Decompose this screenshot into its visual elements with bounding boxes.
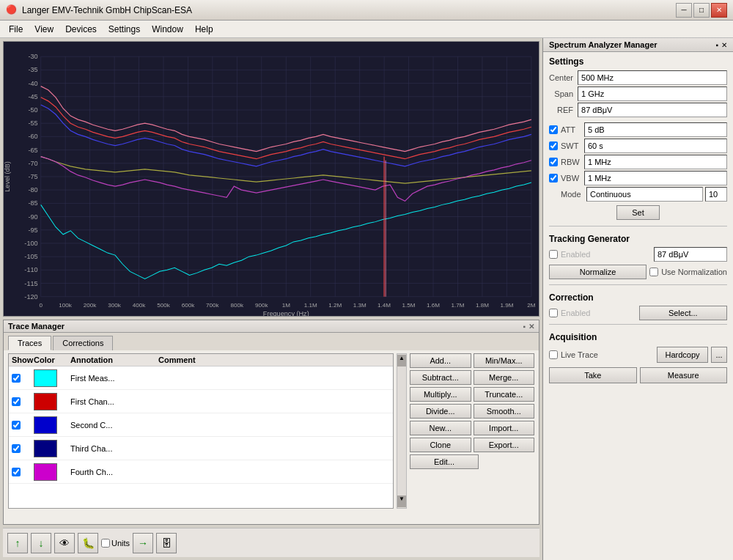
bug-button[interactable]: 🐛 (78, 533, 98, 553)
smooth-button[interactable]: Smooth... (474, 404, 535, 419)
trace-manager-pin-btn[interactable]: ▪ (523, 323, 526, 331)
svg-text:-95: -95 (28, 226, 37, 234)
tg-enabled-checkbox[interactable] (549, 250, 558, 259)
vbw-input[interactable] (584, 171, 727, 185)
menu-file[interactable]: File (3, 23, 29, 36)
arrow-right-button[interactable]: → (133, 533, 153, 553)
swt-row: SWT (543, 138, 733, 154)
measure-button[interactable]: Measure (640, 367, 728, 383)
trace-annotation-5: Fourth Ch... (70, 468, 158, 476)
more-button[interactable]: ... (711, 347, 727, 363)
svg-text:Frequency (Hz): Frequency (Hz) (263, 310, 309, 316)
live-trace-checkbox[interactable] (549, 350, 558, 359)
clone-button[interactable]: Clone (410, 438, 471, 452)
svg-text:-85: -85 (28, 199, 37, 207)
minimize-button[interactable]: ─ (676, 3, 692, 18)
table-row[interactable]: Third Cha... (9, 437, 393, 460)
tab-bar: Traces Corrections (4, 333, 539, 350)
vbw-checkbox[interactable] (549, 174, 558, 183)
trace-table-body: First Meas... First Chan... (9, 366, 393, 508)
add-button[interactable]: Add... (410, 353, 471, 368)
att-checkbox[interactable] (549, 125, 558, 134)
maximize-button[interactable]: □ (693, 3, 710, 18)
rbw-input[interactable] (584, 155, 727, 169)
btn-row-4: Divide... Smooth... (410, 404, 534, 419)
correction-select-button[interactable]: Select... (639, 306, 728, 320)
new-button[interactable]: New... (410, 421, 471, 435)
trace-show-checkbox-4[interactable] (12, 444, 21, 453)
truncate-button[interactable]: Truncate... (474, 387, 535, 402)
tab-traces[interactable]: Traces (8, 336, 51, 350)
multiply-button[interactable]: Multiply... (410, 387, 471, 402)
database-button[interactable]: 🗄 (156, 533, 177, 553)
eye-button[interactable]: 👁 (54, 533, 75, 553)
trace-show-checkbox-3[interactable] (12, 421, 21, 430)
right-panel-pin-btn[interactable]: ▪ (715, 41, 718, 49)
take-button[interactable]: Take (549, 367, 637, 383)
menu-settings[interactable]: Settings (103, 23, 146, 36)
table-row[interactable]: Fourth Ch... (9, 460, 393, 484)
table-row[interactable]: Second C... (9, 413, 393, 437)
svg-text:2M: 2M (527, 302, 536, 309)
import-button[interactable]: Import... (474, 421, 535, 435)
mode-input[interactable] (586, 187, 703, 202)
ref-input[interactable] (578, 103, 727, 117)
use-normalization-checkbox[interactable] (649, 268, 658, 276)
svg-text:1M: 1M (282, 302, 291, 309)
att-input[interactable] (584, 122, 727, 137)
left-panel: -30 -35 -40 -45 -50 -55 -60 -65 -70 -75 … (0, 38, 542, 560)
rbw-checkbox[interactable] (549, 158, 558, 166)
span-input[interactable] (578, 86, 727, 101)
divide-button[interactable]: Divide... (410, 404, 471, 419)
close-button[interactable]: ✕ (711, 3, 727, 18)
arrow-right-icon: → (138, 537, 148, 549)
swt-input[interactable] (584, 139, 727, 153)
mode-count-input[interactable] (705, 187, 727, 202)
trace-content: Show Color Annotation Comment First Meas… (4, 350, 539, 512)
trace-show-checkbox-5[interactable] (12, 468, 21, 476)
right-panel-controls: ▪ ✕ (715, 41, 727, 49)
tab-corrections[interactable]: Corrections (53, 336, 113, 350)
units-checkbox[interactable] (101, 539, 110, 548)
merge-button[interactable]: Merge... (474, 370, 535, 385)
svg-text:700k: 700k (206, 302, 220, 309)
svg-text:-40: -40 (28, 80, 37, 87)
bottom-toolbar: ↑ ↓ 👁 🐛 Units → 🗄 (3, 528, 539, 557)
correction-enabled-checkbox[interactable] (549, 309, 558, 317)
normalize-button[interactable]: Normalize (549, 265, 647, 279)
move-down-button[interactable]: ↓ (31, 533, 51, 553)
svg-text:1.5M: 1.5M (402, 302, 416, 309)
btn-row-3: Multiply... Truncate... (410, 387, 534, 402)
tg-value-input[interactable] (654, 247, 727, 262)
svg-text:300k: 300k (108, 302, 122, 309)
center-input[interactable] (578, 70, 727, 85)
trace-scrollbar[interactable]: ▲ ▼ (397, 353, 407, 509)
trace-manager: Trace Manager ▪ ✕ Traces Corrections Sho… (3, 320, 539, 525)
btn-row-7: Edit... (410, 454, 534, 469)
move-up-button[interactable]: ↑ (7, 533, 28, 553)
svg-text:200k: 200k (84, 302, 97, 309)
right-panel-close-btn[interactable]: ✕ (721, 41, 727, 49)
export-button[interactable]: Export... (474, 438, 535, 452)
settings-grid: Center Span REF (543, 69, 733, 122)
set-button[interactable]: Set (616, 205, 660, 220)
menu-window[interactable]: Window (146, 23, 189, 36)
minmax-button[interactable]: Min/Max... (474, 353, 535, 368)
eye-icon: 👁 (59, 537, 70, 549)
subtract-button[interactable]: Subtract... (410, 370, 471, 385)
trace-manager-close-btn[interactable]: ✕ (528, 323, 534, 331)
svg-text:100k: 100k (59, 302, 73, 309)
table-row[interactable]: First Chan... (9, 390, 393, 413)
swt-checkbox[interactable] (549, 141, 558, 150)
trace-show-checkbox-1[interactable] (12, 374, 21, 383)
menu-devices[interactable]: Devices (59, 23, 103, 36)
menu-help[interactable]: Help (189, 23, 219, 36)
menu-view[interactable]: View (29, 23, 59, 36)
rbw-label: RBW (561, 158, 581, 166)
trace-color-5 (34, 463, 57, 481)
trace-show-checkbox-2[interactable] (12, 397, 21, 406)
hardcopy-button[interactable]: Hardcopy (657, 347, 708, 363)
edit-button[interactable]: Edit... (410, 454, 479, 469)
table-row[interactable]: First Meas... (9, 366, 393, 390)
trace-annotation-2: First Chan... (70, 397, 158, 406)
